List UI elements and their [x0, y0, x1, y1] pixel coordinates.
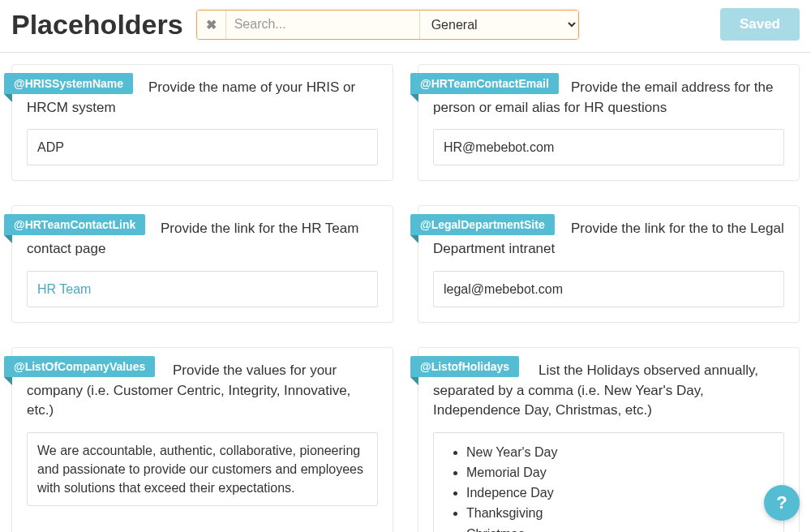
tag-ribbon: @ListOfCompanyValues [4, 356, 155, 377]
placeholder-card: @HRTeamContactEmailProvide the email add… [418, 64, 800, 181]
placeholder-tag: @HRTeamContactLink [4, 214, 145, 235]
placeholder-value-input[interactable]: legal@mebebot.com [433, 271, 784, 307]
list-item: Indepence Day [466, 483, 774, 502]
tag-ribbon: @HRISSystemName [4, 73, 133, 94]
list-item: Christmas [466, 525, 774, 532]
list-item: Memorial Day [466, 463, 774, 482]
search-input[interactable] [226, 11, 419, 39]
tag-fold [410, 94, 418, 102]
placeholder-value-input[interactable]: HR@mebebot.com [433, 129, 784, 165]
placeholder-tag: @HRISSystemName [4, 73, 133, 94]
question-icon: ? [776, 492, 787, 513]
placeholder-tag: @HRTeamContactEmail [410, 73, 559, 94]
tag-ribbon: @HRTeamContactLink [4, 214, 145, 235]
placeholder-card: @HRISSystemNameProvide the name of your … [11, 64, 393, 181]
header-bar: Placeholders ✖ General Saved [0, 0, 811, 53]
placeholder-value-input[interactable]: New Year's DayMemorial DayIndepence DayT… [433, 432, 784, 532]
placeholder-card: @LegalDepartmentSiteProvide the link for… [418, 205, 800, 322]
placeholder-value-input[interactable]: We are accountable, authentic, collabora… [27, 432, 378, 507]
placeholder-card: @ListOfCompanyValuesProvide the values f… [11, 347, 393, 532]
close-icon: ✖ [206, 17, 217, 32]
tag-fold [4, 94, 12, 102]
search-group: ✖ General [196, 10, 579, 40]
tag-ribbon: @HRTeamContactEmail [410, 73, 559, 94]
tag-fold [410, 377, 418, 385]
saved-button[interactable]: Saved [720, 8, 800, 41]
placeholder-tag: @LegalDepartmentSite [410, 214, 555, 235]
placeholder-tag: @ListofHolidays [410, 356, 519, 377]
clear-search-button[interactable]: ✖ [197, 11, 226, 39]
tag-fold [4, 235, 12, 243]
placeholder-value-input[interactable]: HR Team [27, 271, 378, 307]
placeholder-value-input[interactable]: ADP [27, 129, 378, 165]
tag-ribbon: @ListofHolidays [410, 356, 519, 377]
list-item: Thanksgiving [466, 504, 774, 522]
tag-ribbon: @LegalDepartmentSite [410, 214, 555, 235]
tag-fold [4, 377, 12, 385]
placeholder-card: @ListofHolidaysList the Holidays observe… [418, 347, 800, 532]
placeholder-tag: @ListOfCompanyValues [4, 356, 155, 377]
value-list: New Year's DayMemorial DayIndepence DayT… [444, 443, 774, 532]
help-button[interactable]: ? [764, 485, 800, 521]
tag-fold [410, 235, 418, 243]
cards-grid: @HRISSystemNameProvide the name of your … [0, 53, 811, 532]
placeholder-card: @HRTeamContactLinkProvide the link for t… [11, 205, 393, 322]
page-title: Placeholders [11, 9, 183, 41]
list-item: New Year's Day [466, 443, 774, 461]
category-select[interactable]: General [419, 11, 578, 39]
